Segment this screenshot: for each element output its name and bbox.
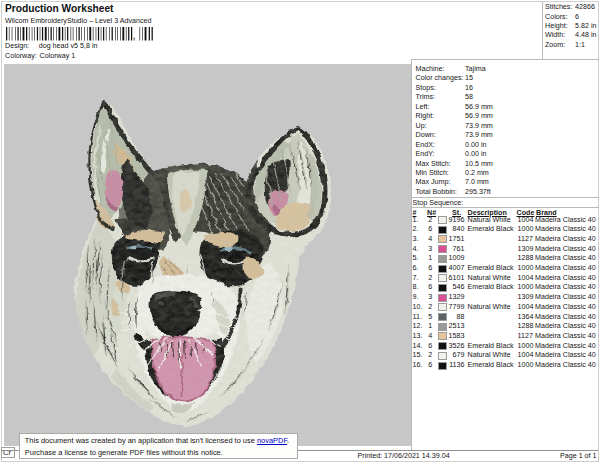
svg-text:,: , xyxy=(133,29,136,41)
